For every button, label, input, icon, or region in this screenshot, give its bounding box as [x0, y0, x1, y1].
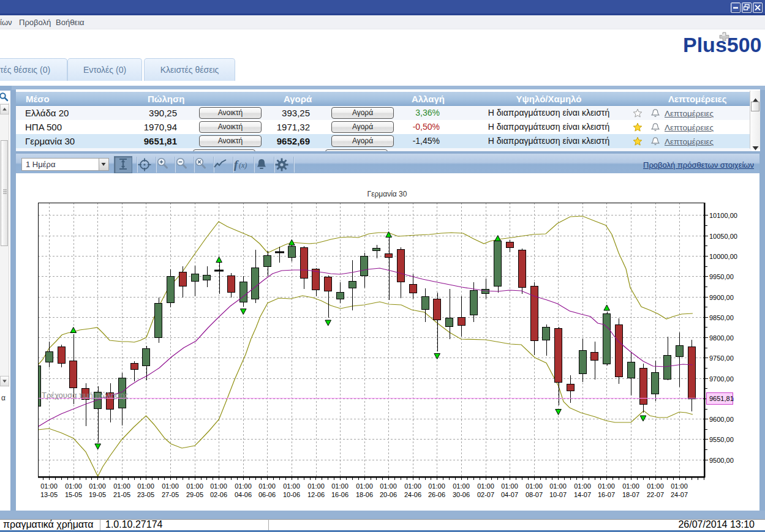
svg-text:10000,00: 10000,00 — [709, 253, 737, 260]
svg-text:01:00: 01:00 — [404, 482, 421, 490]
svg-text:16-07: 16-07 — [598, 491, 615, 498]
svg-text:02-07: 02-07 — [477, 491, 494, 498]
svg-text:01:00: 01:00 — [137, 482, 154, 490]
svg-text:9750,00: 9750,00 — [709, 354, 734, 362]
svg-text:01:00: 01:00 — [113, 482, 130, 490]
svg-text:9600,00: 9600,00 — [709, 416, 734, 423]
svg-text:01:00: 01:00 — [162, 482, 179, 490]
svg-text:01:00: 01:00 — [186, 482, 203, 490]
svg-text:08-07: 08-07 — [526, 491, 543, 498]
svg-text:26-06: 26-06 — [428, 491, 445, 498]
svg-text:01:00: 01:00 — [210, 482, 227, 490]
svg-text:18-07: 18-07 — [622, 491, 639, 498]
svg-text:01:00: 01:00 — [65, 482, 82, 490]
svg-text:01:00: 01:00 — [453, 482, 470, 490]
svg-text:10050,00: 10050,00 — [709, 233, 737, 240]
svg-text:01:00: 01:00 — [526, 482, 543, 490]
svg-text:10-07: 10-07 — [549, 491, 567, 498]
svg-text:04-06: 04-06 — [235, 491, 252, 498]
svg-text:13-05: 13-05 — [40, 491, 58, 498]
svg-text:01:00: 01:00 — [258, 482, 276, 490]
svg-text:9651,81: 9651,81 — [709, 395, 734, 402]
svg-text:9850,00: 9850,00 — [709, 314, 734, 321]
svg-text:24-06: 24-06 — [404, 491, 421, 498]
svg-text:01:00: 01:00 — [477, 482, 494, 490]
svg-text:19-05: 19-05 — [89, 491, 106, 498]
svg-text:01:00: 01:00 — [380, 482, 397, 490]
svg-text:01:00: 01:00 — [307, 482, 325, 490]
svg-text:18-06: 18-06 — [356, 491, 373, 498]
svg-text:02-06: 02-06 — [210, 491, 227, 498]
svg-text:01:00: 01:00 — [549, 482, 567, 490]
svg-text:9550,00: 9550,00 — [709, 436, 734, 443]
svg-text:06-06: 06-06 — [258, 491, 276, 498]
svg-text:9900,00: 9900,00 — [709, 294, 734, 301]
svg-text:f: f — [234, 158, 239, 171]
svg-text:16-06: 16-06 — [331, 491, 349, 498]
svg-text:01:00: 01:00 — [598, 482, 615, 490]
svg-text:22-07: 22-07 — [647, 491, 664, 498]
svg-text:20-06: 20-06 — [380, 491, 397, 498]
svg-text:01:00: 01:00 — [331, 482, 349, 490]
svg-text:9700,00: 9700,00 — [709, 375, 734, 383]
svg-text:01:00: 01:00 — [501, 482, 518, 490]
svg-text:(x): (x) — [239, 161, 247, 170]
svg-text:Γερμανία 30: Γερμανία 30 — [367, 190, 407, 198]
svg-text:29-05: 29-05 — [186, 491, 203, 498]
svg-text:01:00: 01:00 — [235, 482, 252, 490]
svg-text:01:00: 01:00 — [671, 482, 688, 490]
svg-text:27-05: 27-05 — [162, 491, 179, 498]
svg-text:14-07: 14-07 — [574, 491, 591, 498]
svg-text:15-05: 15-05 — [65, 491, 82, 498]
svg-text:23-05: 23-05 — [137, 491, 154, 498]
svg-text:10-06: 10-06 — [283, 491, 300, 498]
svg-text:01:00: 01:00 — [647, 482, 664, 490]
svg-text:10100,00: 10100,00 — [709, 212, 737, 219]
svg-text:01:00: 01:00 — [89, 482, 106, 490]
svg-text:9500,00: 9500,00 — [709, 457, 734, 464]
svg-text:12-06: 12-06 — [307, 491, 325, 498]
svg-text:04-07: 04-07 — [501, 491, 518, 498]
svg-text:Τρέχουσα τιμή πώλησης: Τρέχουσα τιμή πώλησης — [42, 391, 128, 400]
svg-text:01:00: 01:00 — [574, 482, 591, 490]
svg-text:24-07: 24-07 — [671, 491, 688, 498]
svg-text:9950,00: 9950,00 — [709, 273, 734, 280]
svg-text:30-06: 30-06 — [453, 491, 470, 498]
svg-text:01:00: 01:00 — [283, 482, 300, 490]
svg-text:9800,00: 9800,00 — [709, 334, 734, 342]
svg-text:01:00: 01:00 — [428, 482, 445, 490]
svg-text:21-05: 21-05 — [113, 491, 130, 498]
svg-text:01:00: 01:00 — [356, 482, 373, 490]
svg-text:01:00: 01:00 — [622, 482, 639, 490]
svg-text:01:00: 01:00 — [40, 482, 58, 490]
